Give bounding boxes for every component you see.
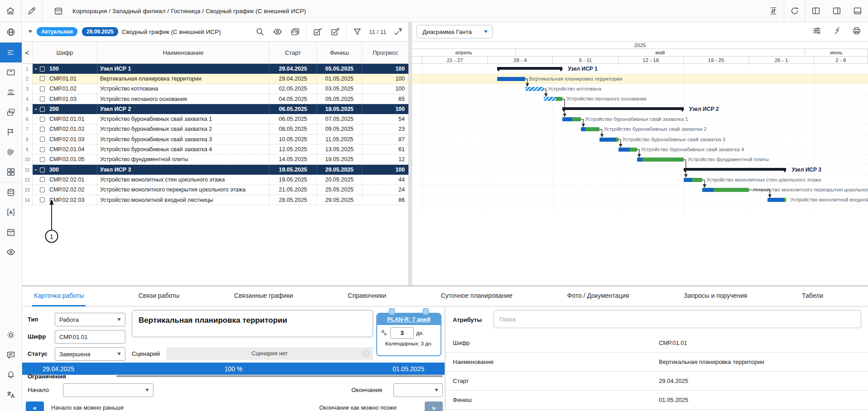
gantt-bar[interactable] <box>525 87 544 91</box>
column-header-start[interactable]: Старт <box>269 42 317 63</box>
select-all-button[interactable] <box>311 25 324 38</box>
print-button[interactable] <box>852 26 862 38</box>
row-checkbox[interactable] <box>40 197 45 202</box>
refresh-button[interactable] <box>784 0 805 22</box>
scenario-field[interactable]: Сценария нет » <box>166 347 373 360</box>
sidebar-item-language[interactable] <box>0 385 22 405</box>
sidebar-item-copies[interactable] <box>0 102 22 122</box>
clear-filter-button[interactable] <box>391 25 405 38</box>
table-row[interactable]: 9СМР.02.01.04Устройство буронабивных сва… <box>22 144 408 154</box>
search-button[interactable] <box>253 25 267 38</box>
layout-left-button[interactable] <box>806 0 826 22</box>
constraint-start-select[interactable] <box>63 383 153 397</box>
layout-right-button[interactable] <box>826 0 847 22</box>
sidebar-item-globe[interactable] <box>0 22 22 42</box>
pane-splitter[interactable] <box>408 22 412 285</box>
table-row[interactable]: 6СМР.02.01.01Устройство буронабивных сва… <box>22 114 408 124</box>
sidebar-item-calendar[interactable] <box>0 222 22 242</box>
table-row[interactable]: 2СМР.01.01Вертикальная планировка террит… <box>22 74 408 84</box>
asap-button[interactable]: « <box>26 401 44 411</box>
row-checkbox[interactable] <box>40 127 45 132</box>
tab-связи-работы[interactable]: Связи работы <box>137 287 182 306</box>
sidebar-item-dashboard[interactable] <box>0 162 22 182</box>
attributes-search-input[interactable] <box>494 310 861 328</box>
row-checkbox[interactable] <box>40 167 45 172</box>
gantt-bar[interactable] <box>497 77 525 81</box>
gantt-bar[interactable] <box>767 198 786 202</box>
table-row[interactable]: 3СМР.01.02Устройство котлована02.05.2025… <box>22 84 408 94</box>
plan-r-link[interactable]: PLAN-R: 7 дней <box>387 316 430 323</box>
collapse-minus-icon[interactable]: − <box>34 167 38 172</box>
gantt-summary-bar[interactable] <box>684 168 786 171</box>
status-select[interactable]: Завершена <box>55 347 125 361</box>
row-checkbox[interactable] <box>40 137 45 142</box>
sidebar-item-notifications[interactable] <box>0 365 22 385</box>
sidebar-item-attributes[interactable]: A <box>0 202 22 222</box>
table-row[interactable]: 1−100Узел ИСР 129.04.202505.05.2025100 <box>22 64 408 74</box>
layout-bottom-button[interactable] <box>847 0 868 22</box>
home-button[interactable] <box>0 0 21 22</box>
column-header-finish[interactable]: Финиш <box>317 42 362 63</box>
sidebar-item-info[interactable] <box>0 405 22 411</box>
table-row[interactable]: 10СМР.02.01.05Устройство фундаментной пл… <box>22 155 408 165</box>
sidebar-item-resources[interactable] <box>0 142 22 162</box>
table-row[interactable]: 13СМР.02.02.02Устройство монолитного пер… <box>22 185 408 195</box>
revision-badge[interactable]: Актуальная <box>37 27 77 36</box>
sidebar-item-comments[interactable] <box>0 345 22 365</box>
table-row[interactable]: 12СМР.02.02.01Устройство монолитных стен… <box>22 175 408 185</box>
gantt-bar[interactable] <box>619 148 637 152</box>
sidebar-item-cards[interactable] <box>0 62 22 82</box>
gantt-summary-bar[interactable] <box>497 67 562 70</box>
tab-суточное-планирование[interactable]: Суточное планирование <box>439 287 514 306</box>
sidebar-item-view[interactable] <box>0 242 22 262</box>
table-row[interactable]: 14СМР.02.02.03Устройство монолитной вход… <box>22 195 408 205</box>
date-badge[interactable]: 29.09.2025 <box>82 27 118 36</box>
row-checkbox[interactable] <box>40 177 45 182</box>
gantt-bar[interactable] <box>702 188 749 192</box>
row-checkbox[interactable] <box>40 117 45 122</box>
column-header-progress[interactable]: Прогресс <box>362 42 408 63</box>
gantt-bar[interactable] <box>684 178 702 182</box>
table-row[interactable]: 8СМР.02.01.03Устройство буронабивных сва… <box>22 134 408 144</box>
alap-button[interactable]: » <box>425 401 443 411</box>
tab-табели[interactable]: Табели <box>800 287 825 306</box>
table-row[interactable]: 5−200Узел ИСР 206.05.202518.05.2025100 <box>22 104 408 114</box>
tab-карточка-работы[interactable]: Карточка работы <box>32 287 86 306</box>
code-input[interactable] <box>59 334 121 340</box>
schedule-button[interactable] <box>48 0 69 22</box>
collapse-minus-icon[interactable]: − <box>34 67 38 72</box>
gantt-settings-button[interactable] <box>812 26 822 38</box>
scenario-stamp-icon[interactable]: » <box>361 349 370 358</box>
gantt-bar[interactable] <box>562 117 581 121</box>
collapse-minus-icon[interactable]: − <box>34 107 38 112</box>
table-row[interactable]: 7СМР.02.01.02Устройство буронабивных сва… <box>22 124 408 134</box>
row-checkbox[interactable] <box>40 187 45 192</box>
row-checkbox[interactable] <box>40 76 45 81</box>
sidebar-item-schedule-list[interactable] <box>0 43 22 62</box>
tab-справочники[interactable]: Справочники <box>346 287 388 306</box>
gantt-bar[interactable] <box>581 127 599 131</box>
table-row[interactable]: 11−300Узел ИСР 319.05.202529.05.2025100 <box>22 165 408 175</box>
copy-structure-button[interactable] <box>288 25 302 38</box>
view-visibility-button[interactable] <box>271 25 284 38</box>
collapse-panel-button[interactable]: < <box>22 42 33 63</box>
sidebar-item-database[interactable] <box>0 182 22 202</box>
duration-input[interactable] <box>390 327 414 339</box>
gantt-bar[interactable] <box>637 158 684 162</box>
tab-связанные-графики[interactable]: Связанные графики <box>232 287 295 306</box>
sidebar-item-milestones[interactable] <box>0 122 22 142</box>
gantt-links-button[interactable] <box>832 26 842 38</box>
row-checkbox[interactable] <box>40 96 45 101</box>
column-header-code[interactable]: Шифр <box>33 42 97 63</box>
import-export-button[interactable] <box>763 0 784 22</box>
breadcrumb[interactable]: Корпорация / Западный филиал / Гостиница… <box>72 8 306 14</box>
chevron-down-icon[interactable] <box>29 30 32 33</box>
column-header-name[interactable]: Наименование <box>97 42 269 63</box>
type-select[interactable]: Работа <box>55 313 125 326</box>
edit-button[interactable] <box>21 0 42 22</box>
constraint-end-select[interactable] <box>393 383 443 397</box>
gantt-summary-bar[interactable] <box>562 107 684 110</box>
row-checkbox[interactable] <box>40 86 45 91</box>
sidebar-item-analytics[interactable] <box>0 82 22 102</box>
tab-запросы-и-поручения[interactable]: Запросы и поручения <box>682 287 749 306</box>
